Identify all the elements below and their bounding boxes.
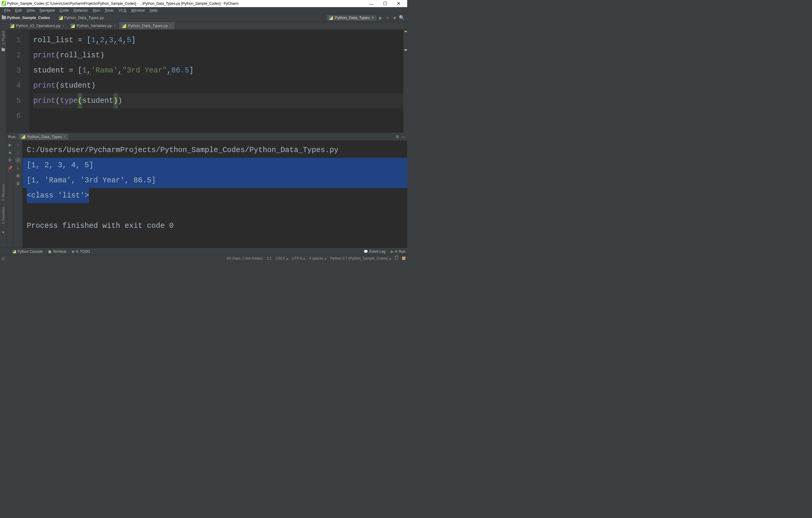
search-everywhere-button[interactable]: 🔍 (398, 15, 405, 21)
run-tab-label: Python_Data_Types (27, 135, 62, 139)
tab-label: Python_Variables.py (77, 24, 112, 28)
menu-vcs[interactable]: VCS (116, 8, 129, 12)
status-indent[interactable]: 4 spaces ▴▾ (309, 256, 326, 261)
code-body[interactable]: roll_list = [1,2,3,4,5]print(roll_list)s… (30, 30, 404, 133)
menu-code[interactable]: Code (57, 8, 71, 12)
todo-icon: ≣ (71, 249, 75, 254)
read-only-lock-icon[interactable] (395, 256, 398, 260)
close-window-button[interactable]: ✕ (392, 1, 405, 6)
menu-view[interactable]: View (24, 8, 37, 12)
pycharm-app-icon (2, 1, 6, 6)
status-interpreter[interactable]: Python 3.7 (Python_Sample_Codes) ▴▾ (330, 256, 391, 261)
menu-help[interactable]: Help (147, 8, 160, 12)
window-title: Python_Sample_Codes [C:\Users\User\Pycha… (7, 1, 365, 6)
terminal-tab[interactable]: ▣ Terminal (48, 249, 66, 254)
structure-tool-label: 7: Structure (1, 184, 5, 201)
up-stack-button[interactable]: ↑ (16, 142, 21, 147)
clear-all-button[interactable]: 🗑 (16, 181, 21, 186)
python-file-icon (122, 24, 126, 28)
tool-windows-quick-access-icon[interactable]: ◱ (2, 256, 5, 261)
python-icon (12, 250, 16, 253)
debug-button[interactable]: ⌖ (384, 15, 391, 21)
stop-process-button[interactable]: ■ (7, 150, 13, 155)
event-log-label: Event Log (370, 249, 385, 254)
structure-tool-button[interactable]: 7: Structure (1, 184, 5, 201)
navigation-bar: Python_Sample_Codes 〉 Python_Data_Types.… (0, 13, 407, 22)
gutter-line-numbers: 123456 (6, 30, 30, 133)
terminal-icon: ▣ (48, 249, 51, 254)
python-script-icon (21, 135, 25, 139)
status-caret-position[interactable]: 2:1 (267, 256, 272, 261)
breadcrumb-file: Python_Data_Types.py (64, 16, 104, 20)
menu-edit[interactable]: Edit (13, 8, 24, 12)
print-button[interactable]: 🖶 (16, 173, 21, 178)
python-console-tab[interactable]: Python Console (12, 249, 43, 254)
layout-button[interactable]: ⧉ (7, 157, 13, 163)
todo-label: 6: TODO (76, 249, 90, 254)
terminal-label: Terminal (53, 249, 66, 254)
status-line-separator[interactable]: CRLF ▴▾ (276, 256, 288, 261)
menu-file[interactable]: File (2, 8, 13, 12)
settings-gear-icon[interactable]: ⚙ (396, 135, 399, 139)
error-stripe[interactable] (404, 30, 407, 133)
run-tool-window-header: Run: Python_Data_Types × ⚙ — (6, 133, 407, 141)
run-toolbar-secondary: ↑ ↓ ⤶ ⤓ 🖶 🗑 (13, 141, 23, 248)
main-menu-bar: FileEditViewNavigateCodeRefactorRunTools… (0, 7, 407, 13)
menu-run[interactable]: Run (90, 8, 103, 12)
window-titlebar: Python_Sample_Codes [C:\Users\User\Pycha… (0, 0, 407, 7)
breadcrumb[interactable]: Python_Sample_Codes 〉 Python_Data_Types.… (2, 15, 104, 21)
scroll-to-end-button[interactable]: ⤓ (16, 165, 21, 170)
speech-bubble-icon: 💬 (364, 249, 368, 254)
star-icon: ★ (1, 230, 5, 234)
tab-label: Python_IO_Operations.py (16, 24, 61, 28)
rerun-button[interactable]: ▶ (7, 142, 13, 147)
status-bar: ◱ 60 chars, 2 line breaks 2:1 CRLF ▴▾ UT… (0, 255, 407, 262)
run-tab-bottom[interactable]: ▶ 4: Run (391, 249, 405, 254)
close-tab-icon[interactable]: × (170, 24, 172, 28)
editor-tab[interactable]: Python_Variables.py× (68, 22, 119, 29)
run-tab[interactable]: Python_Data_Types × (19, 134, 68, 140)
status-encoding[interactable]: UTF-8 ▴▾ (292, 256, 305, 261)
menu-navigate[interactable]: Navigate (37, 8, 57, 12)
run-toolbar-primary: ▶ ■ ⧉ 📌 (6, 141, 13, 248)
run-button[interactable]: ▶ (377, 15, 384, 21)
python-file-icon (59, 16, 63, 20)
folder-icon (2, 16, 6, 19)
python-file-icon (10, 24, 14, 28)
close-tab-icon[interactable]: × (64, 135, 66, 139)
hide-panel-icon[interactable]: — (402, 135, 405, 139)
down-stack-button[interactable]: ↓ (16, 150, 21, 155)
console-output[interactable]: C:/Users/User/PycharmProjects/Python_Sam… (23, 141, 407, 248)
run-tab-label: 4: Run (395, 249, 405, 254)
python-console-label: Python Console (18, 249, 43, 254)
pin-button[interactable]: 📌 (7, 165, 13, 170)
python-file-icon (70, 24, 75, 28)
stop-button[interactable]: ■ (391, 15, 398, 21)
menu-window[interactable]: Window (129, 8, 147, 12)
run-icon: ▶ (391, 249, 394, 254)
editor-tab[interactable]: Python_Data_Types.py× (119, 22, 175, 29)
run-config-label: Python_Data_Types (335, 16, 370, 20)
close-tab-icon[interactable]: × (113, 24, 116, 28)
inspector-icon[interactable] (402, 256, 405, 260)
minimize-button[interactable]: — (365, 1, 378, 6)
editor-tab[interactable]: Python_IO_Operations.py× (7, 22, 68, 29)
run-console-panel: ▶ ■ ⧉ 📌 ↑ ↓ ⤶ ⤓ 🖶 🗑 C:/Users/User/Pychar… (6, 141, 407, 248)
run-configuration-selector[interactable]: Python_Data_Types ▼ (326, 15, 377, 21)
menu-tools[interactable]: Tools (103, 8, 116, 12)
favorites-tool-button[interactable]: 2: Favorites (1, 207, 5, 224)
dropdown-triangle-icon: ▼ (371, 16, 374, 19)
project-tool-button[interactable]: 1: Project (1, 31, 5, 45)
breadcrumb-separator-icon: 〉 (51, 15, 58, 21)
todo-tab[interactable]: ≣ 6: TODO (71, 249, 90, 254)
soft-wrap-button[interactable]: ⤶ (16, 157, 21, 163)
maximize-button[interactable]: ☐ (378, 1, 392, 6)
folder-icon (1, 49, 5, 51)
close-tab-icon[interactable]: × (62, 24, 65, 28)
code-editor[interactable]: 123456 roll_list = [1,2,3,4,5]print(roll… (6, 30, 407, 133)
event-log-tab[interactable]: 💬 Event Log (364, 249, 385, 254)
breadcrumb-project: Python_Sample_Codes (7, 16, 50, 20)
menu-refactor[interactable]: Refactor (71, 8, 90, 12)
run-panel-title: Run: (8, 135, 16, 139)
python-script-icon (329, 16, 333, 20)
